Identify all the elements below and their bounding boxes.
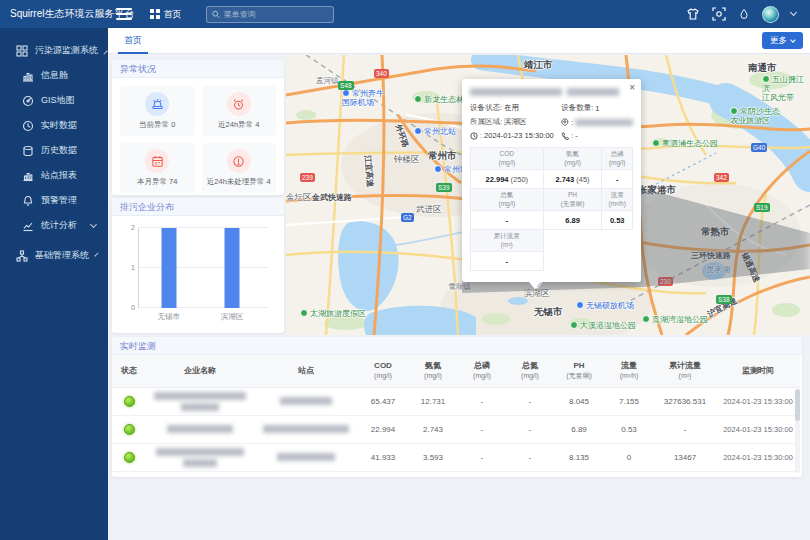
tab-home[interactable]: 首页 xyxy=(118,28,148,54)
metric-header-累计流量: 累计流量(m³) xyxy=(471,230,544,252)
metric-header-COD: COD(mg/l) xyxy=(471,148,544,170)
sidebar-item-7[interactable]: 统计分析 xyxy=(0,213,108,238)
sidebar-item-label: 统计分析 xyxy=(41,219,77,232)
sidebar-item-label: 基础管理系统 xyxy=(35,249,89,262)
popup-info-field-2: 所属区域:滨湖区 xyxy=(470,117,561,127)
gis-map-icon xyxy=(22,95,34,107)
alarm-icon xyxy=(227,92,251,116)
metric-header-流量: 流量(m³/h) xyxy=(602,189,633,211)
metric-value-总氮: - xyxy=(471,211,544,230)
map-label: 靖江市 xyxy=(524,60,553,71)
anomaly-card-1[interactable]: 近24h异常 4 xyxy=(202,86,277,136)
screenshot-icon[interactable] xyxy=(712,7,726,21)
map-label: 无锡硕放机场 xyxy=(576,301,634,310)
sidebar-item-8[interactable]: 基础管理系统 xyxy=(0,243,108,268)
map-label: 大溪港湿地公园 xyxy=(570,321,636,330)
cell: 2024-01-23 15:33:00 xyxy=(716,387,800,415)
anomaly-card-2[interactable]: 本月异常 74 xyxy=(120,143,195,193)
top-bar: Squirrel生态环境云服务平台 首页 xyxy=(0,0,810,28)
company-name-redacted xyxy=(146,415,254,443)
anomaly-card-0[interactable]: 当前异常 0 xyxy=(120,86,195,136)
caret-down-icon[interactable] xyxy=(790,9,797,16)
flame-icon[interactable] xyxy=(738,7,750,21)
monitor-table: 状态企业名称站点COD(mg/l)氨氮(mg/l)总磷(mg/l)总氮(mg/l… xyxy=(112,355,800,472)
column-header-状态: 状态 xyxy=(112,355,146,387)
stats-analysis-icon xyxy=(22,220,34,232)
poi-icon xyxy=(434,165,442,173)
monitor-system-icon xyxy=(16,45,28,57)
road-shield: S48 xyxy=(338,81,354,90)
map-label: 金武快速路 xyxy=(312,193,352,202)
poi-icon xyxy=(414,127,422,135)
poi-icon xyxy=(414,95,422,103)
metric-header-PH: PH(无量纲) xyxy=(543,189,602,211)
hamburger-menu-icon[interactable] xyxy=(116,8,132,20)
company-name-redacted xyxy=(146,443,254,471)
table-row[interactable]: 41.9333.593--8.1350134672024-01-23 15:30… xyxy=(112,443,800,471)
road-shield: G2 xyxy=(401,213,414,222)
column-header-总磷: 总磷(mg/l) xyxy=(458,355,506,387)
table-row[interactable]: 22.9942.743--6.890.53-2024-01-23 15:30:0… xyxy=(112,415,800,443)
station-info-popup: × 设备状态:在用设备数量:1所属区域:滨湖区::2024-01-23 15:3… xyxy=(462,79,641,282)
topbar-actions xyxy=(686,6,810,23)
sidebar-item-4[interactable]: 历史数据 xyxy=(0,138,108,163)
sidebar-item-label: 实时数据 xyxy=(41,119,77,132)
popup-close-icon[interactable]: × xyxy=(629,82,635,93)
y-axis-tick: 0 xyxy=(131,304,135,311)
cell: 0 xyxy=(604,443,654,471)
sidebar-item-label: 污染源监测系统 xyxy=(35,44,98,57)
road-shield: S38 xyxy=(716,295,732,304)
road-shield: 239 xyxy=(300,173,315,182)
poi-icon xyxy=(762,75,770,83)
tab-bar: 首页 更多 xyxy=(108,28,810,54)
sidebar-item-2[interactable]: GIS地图 xyxy=(0,88,108,113)
anomaly-card-label: 近24h异常 4 xyxy=(218,120,259,130)
status-dot-online xyxy=(124,452,135,463)
anomaly-card-3[interactable]: 近24h未处理异常 4 xyxy=(202,143,277,193)
cell: 12.731 xyxy=(408,387,458,415)
poi-icon xyxy=(576,301,584,309)
bar-无锡市 xyxy=(161,228,176,308)
table-scrollbar[interactable] xyxy=(795,389,800,473)
metric-value-总磷: - xyxy=(602,170,633,189)
sidebar-item-0[interactable]: 污染源监测系统 xyxy=(0,38,108,63)
table-row[interactable]: 65.43712.731--8.0457.155327636.5312024-0… xyxy=(112,387,800,415)
map-label: 常州奔牛 国际机场 xyxy=(342,89,384,107)
siren-icon xyxy=(145,92,169,116)
popup-arrow xyxy=(528,281,542,289)
cell: 6.89 xyxy=(554,415,604,443)
info-hub-icon xyxy=(22,70,34,82)
more-button[interactable]: 更多 xyxy=(762,32,803,49)
poi-icon xyxy=(730,107,738,115)
column-header-企业名称: 企业名称 xyxy=(146,355,254,387)
station-name-redacted xyxy=(254,415,358,443)
chevron-down-icon xyxy=(94,252,98,256)
poi-icon xyxy=(652,139,660,147)
user-avatar[interactable] xyxy=(762,6,779,23)
cell: - xyxy=(458,415,506,443)
cell: - xyxy=(458,443,506,471)
popup-info-field-3: : xyxy=(561,117,633,127)
sidebar-item-5[interactable]: 站点报表 xyxy=(0,163,108,188)
map-label: 太湖旅游度假区 xyxy=(300,309,366,318)
sidebar-item-1[interactable]: 信息舱 xyxy=(0,63,108,88)
gis-map[interactable]: 靖江市南通市常州市无锡市常熟市张家港市钟楼区武进区金坛区滨湖区孟河镇洛阳镇雪堰镇… xyxy=(286,55,810,335)
map-label: 常州北站 xyxy=(414,127,456,136)
chevron-down-icon xyxy=(90,221,97,228)
metric-value-流量: 0.53 xyxy=(602,211,633,230)
sidebar-item-3[interactable]: 实时数据 xyxy=(0,113,108,138)
sidebar-item-label: 预警管理 xyxy=(41,194,77,207)
poi-icon xyxy=(570,321,578,329)
anomaly-panel: 异常状况 当前异常 0近24h异常 4本月异常 74近24h未处理异常 4 xyxy=(112,60,284,195)
search-input[interactable] xyxy=(224,10,328,19)
theme-skin-icon[interactable] xyxy=(686,7,700,21)
realtime-monitor-panel: 实时监测 状态企业名称站点COD(mg/l)氨氮(mg/l)总磷(mg/l)总氮… xyxy=(112,337,802,477)
distribution-panel: 排污企业分布 012无锡市滨湖区 xyxy=(112,198,284,333)
metric-value-PH: 6.89 xyxy=(543,211,602,230)
cell: 13467 xyxy=(654,443,716,471)
anomaly-card-label: 当前异常 0 xyxy=(139,120,175,130)
breadcrumb[interactable]: 首页 xyxy=(150,8,182,21)
sidebar-item-6[interactable]: 预警管理 xyxy=(0,188,108,213)
menu-search[interactable] xyxy=(206,6,334,23)
history-data-icon xyxy=(22,145,34,157)
